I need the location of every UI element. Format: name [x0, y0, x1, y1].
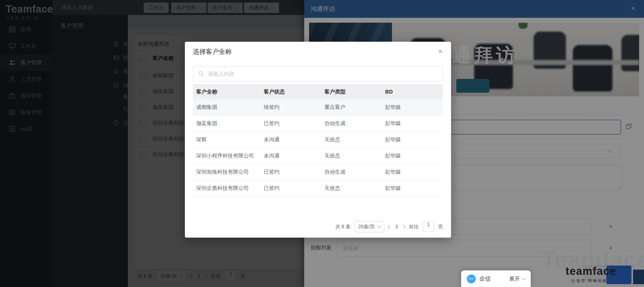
col-customer-status: 客户状态 — [264, 88, 324, 96]
cell-bd: 彭华媒 — [385, 120, 443, 127]
next-page-icon[interactable] — [402, 225, 406, 229]
col-customer-type: 客户类型 — [324, 88, 385, 96]
cell-type: 无状态 — [324, 136, 385, 143]
dialog-table-header: 客户全称 客户状态 客户类型 BD — [193, 84, 443, 99]
chat-expand-label: 展开 — [509, 275, 520, 283]
cell-bd: 彭华媒 — [385, 152, 443, 159]
col-bd: BD — [385, 89, 443, 95]
cell-status: 已签约 — [264, 120, 324, 127]
dialog-pagination: 共 6 条 20条/页 1 前往 1 页 — [335, 221, 443, 232]
cell-bd: 彭华媒 — [385, 104, 443, 111]
dialog-pagination-wrap: 共 6 条 20条/页 1 前往 1 页 — [185, 221, 443, 232]
dialog-table-row[interactable]: 伽蓝集团 已签约 自动生成 彭华媒 — [193, 115, 443, 132]
dialog-table-row[interactable]: 深辉 未沟通 无状态 彭华媒 — [193, 132, 443, 148]
page-size-select[interactable]: 20条/页 — [354, 221, 384, 232]
page-number[interactable]: 1 — [395, 224, 398, 230]
cell-type: 无状态 — [324, 152, 385, 159]
select-customer-dialog: 选择客户全称 × 客户全称 客户状态 客户类型 BD 成都集团 续签约 重点客户… — [185, 42, 451, 238]
dialog-table-row[interactable]: 成都集团 续签约 重点客户 彭华媒 — [193, 99, 443, 116]
cell-status: 已签约 — [264, 168, 324, 176]
cell-fullname: 成都集团 — [193, 104, 264, 111]
search-input[interactable] — [207, 70, 443, 77]
pagination-total: 共 6 条 — [335, 223, 350, 230]
cell-bd: 彭华媒 — [385, 136, 443, 143]
chat-bubble-dots: ••• — [469, 277, 474, 281]
chevron-down-icon — [377, 224, 381, 228]
search-icon — [198, 71, 204, 77]
cell-fullname: 深圳企典科技有限公司 — [193, 185, 264, 192]
cell-fullname: 伽蓝集团 — [193, 120, 264, 127]
chat-bubble-icon: ••• — [467, 274, 476, 283]
prev-page-icon[interactable] — [388, 225, 392, 229]
cell-status: 续签约 — [264, 104, 324, 111]
dialog-search-box[interactable] — [193, 66, 443, 81]
cell-type: 自动生成 — [324, 120, 385, 127]
dialog-table-row[interactable]: 深圳企典科技有限公司 已签约 无状态 彭华媒 — [193, 180, 443, 197]
chat-expand-toggle[interactable]: 展开 — [509, 275, 525, 283]
chat-widget[interactable]: ••• 企信 展开 — [461, 270, 531, 287]
cell-bd: 彭华媒 — [385, 185, 443, 192]
cell-status: 未沟通 — [264, 136, 324, 143]
dialog-close-icon[interactable]: × — [438, 47, 443, 56]
cell-type: 重点客户 — [324, 104, 385, 111]
dialog-title: 选择客户全称 — [193, 48, 232, 56]
cell-type: 无状态 — [324, 185, 385, 192]
goto-label: 前往 — [409, 223, 419, 230]
chat-label: 企信 — [479, 275, 491, 283]
cell-type: 自动生成 — [324, 168, 385, 176]
cell-fullname: 深圳小程序科技有限公司 — [193, 152, 264, 159]
cell-fullname: 深圳加推科技有限公司 — [193, 168, 264, 176]
chevron-down-icon — [522, 276, 526, 280]
goto-page-input[interactable]: 1 — [423, 221, 434, 232]
cell-bd: 彭华媒 — [385, 168, 443, 176]
page-unit-label: 页 — [438, 223, 443, 230]
col-customer-fullname: 客户全称 — [193, 88, 264, 96]
page-size-value: 20条/页 — [358, 223, 375, 230]
cell-fullname: 深辉 — [193, 136, 264, 143]
dialog-table-row[interactable]: 深圳小程序科技有限公司 未沟通 无状态 彭华媒 — [193, 148, 443, 164]
dialog-table-row[interactable]: 深圳加推科技有限公司 已签约 自动生成 彭华媒 — [193, 164, 443, 181]
cell-status: 已签约 — [264, 185, 324, 192]
cell-status: 未沟通 — [264, 152, 324, 159]
